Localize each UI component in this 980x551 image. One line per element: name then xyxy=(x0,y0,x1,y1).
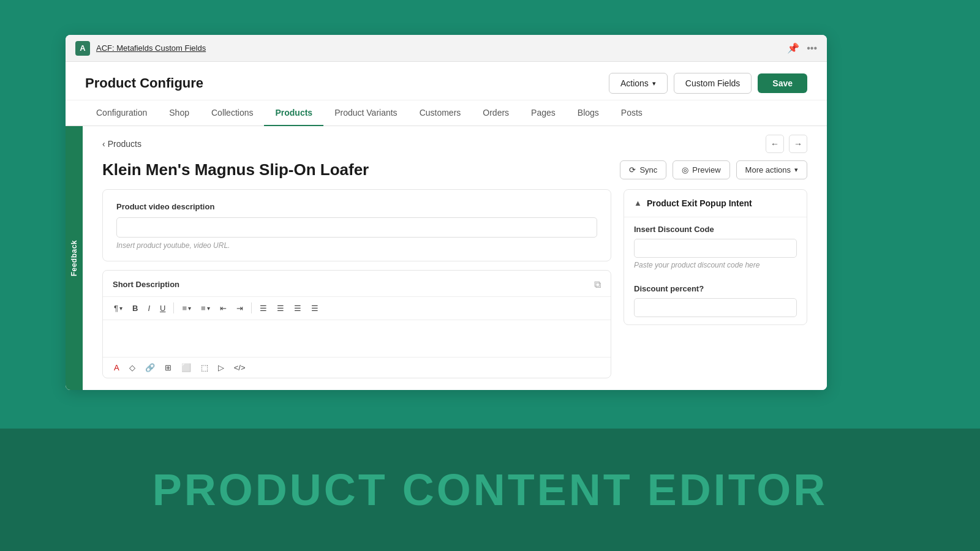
pin-icon[interactable]: 📌 xyxy=(787,42,799,54)
discount-code-hint: Paste your product discount code here xyxy=(634,261,797,269)
app-content: Product Configure Actions ▾ Custom Field… xyxy=(66,62,827,390)
feedback-label: Feedback xyxy=(70,240,78,276)
right-section-header: ▲ Product Exit Popup Intent xyxy=(624,190,807,217)
toolbar-embed[interactable]: ⬚ xyxy=(197,361,212,374)
right-section-popup-intent: ▲ Product Exit Popup Intent Insert Disco… xyxy=(624,189,807,325)
browser-title: ACF: Metafields Custom Fields xyxy=(96,43,787,53)
tab-pages[interactable]: Pages xyxy=(520,100,567,126)
short-description-label: Short Description xyxy=(113,280,179,289)
tab-products[interactable]: Products xyxy=(264,100,323,126)
app-icon: A xyxy=(75,41,90,56)
toolbar-paragraph[interactable]: ¶ ▾ xyxy=(110,302,126,315)
browser-topbar: A ACF: Metafields Custom Fields 📌 ••• xyxy=(66,35,827,62)
more-options-icon[interactable]: ••• xyxy=(807,43,817,54)
tab-orders[interactable]: Orders xyxy=(472,100,520,126)
toolbar-separator-2 xyxy=(251,302,252,313)
product-title: Klein Men's Magnus Slip-On Loafer xyxy=(102,160,369,179)
toolbar-code[interactable]: </> xyxy=(230,361,249,374)
video-description-input[interactable] xyxy=(116,217,597,238)
chevron-down-icon: ▾ xyxy=(652,80,656,88)
right-section-title: Product Exit Popup Intent xyxy=(647,198,752,208)
preview-button[interactable]: ◎ Preview xyxy=(673,160,729,179)
content-columns: Product video description Insert product… xyxy=(83,189,827,391)
discount-code-field: Insert Discount Code Paste your product … xyxy=(624,217,807,277)
feedback-strip[interactable]: Feedback xyxy=(66,126,83,391)
toolbar-row2: A ◇ 🔗 ⊞ ⬜ ⬚ ▷ </> xyxy=(103,357,611,378)
actions-button[interactable]: Actions ▾ xyxy=(609,73,668,94)
toolbar-link[interactable]: 🔗 xyxy=(141,361,159,374)
left-column: Product video description Insert product… xyxy=(102,189,611,391)
editor-body[interactable] xyxy=(103,320,611,357)
toolbar-align-right[interactable]: ☰ xyxy=(290,302,305,315)
prev-arrow-button[interactable]: ← xyxy=(766,135,784,153)
collapse-icon[interactable]: ▲ xyxy=(634,198,642,208)
short-description-header: Short Description ⧉ xyxy=(103,271,611,296)
eye-icon: ◎ xyxy=(682,165,688,174)
toolbar-font-color[interactable]: A xyxy=(110,361,123,374)
toolbar-ordered-list[interactable]: ≡▾ xyxy=(178,302,195,315)
next-arrow-button[interactable]: → xyxy=(789,135,807,153)
bottom-banner-text: PRODUCT CONTENT EDITOR xyxy=(153,465,828,515)
video-description-hint: Insert product youtube, video URL. xyxy=(116,241,597,250)
video-description-card: Product video description Insert product… xyxy=(102,189,611,261)
toolbar-indent-right[interactable]: ⇥ xyxy=(233,302,247,315)
tab-shop[interactable]: Shop xyxy=(158,100,200,126)
browser-window: A ACF: Metafields Custom Fields 📌 ••• Pr… xyxy=(66,35,827,390)
discount-percent-field: Discount percent? xyxy=(624,277,807,324)
breadcrumb[interactable]: ‹ Products xyxy=(102,139,141,149)
video-description-label: Product video description xyxy=(116,202,597,211)
more-actions-button[interactable]: More actions ▾ xyxy=(736,160,807,179)
toolbar-bold[interactable]: B xyxy=(129,302,141,315)
toolbar-align-justify[interactable]: ☰ xyxy=(307,302,322,315)
toolbar-table[interactable]: ⊞ xyxy=(161,361,175,374)
sync-icon: ⟳ xyxy=(629,165,636,174)
nav-arrows: ← → xyxy=(766,135,807,153)
header-buttons: Actions ▾ Custom Fields Save xyxy=(609,73,807,94)
copy-icon[interactable]: ⧉ xyxy=(594,279,601,290)
toolbar-separator xyxy=(173,302,174,313)
discount-percent-input[interactable] xyxy=(634,298,797,317)
tab-collections[interactable]: Collections xyxy=(200,100,264,126)
discount-code-label: Insert Discount Code xyxy=(634,225,797,234)
app-body: Feedback ‹ Products ← → xyxy=(66,126,827,391)
chevron-left-icon: ‹ xyxy=(102,139,105,149)
tab-blogs[interactable]: Blogs xyxy=(567,100,610,126)
sync-button[interactable]: ⟳ Sync xyxy=(620,160,666,179)
toolbar-underline[interactable]: U xyxy=(156,302,169,315)
toolbar-align-center[interactable]: ☰ xyxy=(273,302,288,315)
toolbar-highlight[interactable]: ◇ xyxy=(126,361,139,374)
custom-fields-button[interactable]: Custom Fields xyxy=(674,73,752,94)
breadcrumb-row: ‹ Products ← → xyxy=(83,126,827,158)
short-description-card: Short Description ⧉ ¶ ▾ B I xyxy=(102,270,611,378)
product-actions: ⟳ Sync ◎ Preview More actions ▾ xyxy=(620,160,807,179)
toolbar-image[interactable]: ⬜ xyxy=(178,361,195,374)
toolbar-italic[interactable]: I xyxy=(144,302,154,315)
nav-tabs: Configuration Shop Collections Products … xyxy=(66,100,827,126)
tab-configuration[interactable]: Configuration xyxy=(85,100,158,126)
editor-toolbar: ¶ ▾ B I U ≡▾ xyxy=(103,296,611,320)
bottom-banner: PRODUCT CONTENT EDITOR xyxy=(0,429,980,551)
chevron-down-icon: ▾ xyxy=(794,166,798,174)
toolbar-more[interactable]: ▷ xyxy=(214,361,228,374)
browser-topbar-actions: 📌 ••• xyxy=(787,42,817,54)
toolbar-unordered-list[interactable]: ≡▾ xyxy=(197,302,214,315)
page-title: Product Configure xyxy=(85,75,203,91)
save-button[interactable]: Save xyxy=(758,73,807,93)
product-title-row: Klein Men's Magnus Slip-On Loafer ⟳ Sync… xyxy=(83,158,827,189)
discount-percent-label: Discount percent? xyxy=(634,284,797,293)
tab-customers[interactable]: Customers xyxy=(409,100,472,126)
app-header: Product Configure Actions ▾ Custom Field… xyxy=(66,62,827,100)
toolbar-indent-left[interactable]: ⇤ xyxy=(216,302,230,315)
right-column: ▲ Product Exit Popup Intent Insert Disco… xyxy=(624,189,807,391)
discount-code-input[interactable] xyxy=(634,239,797,258)
main-area: ‹ Products ← → Klein Men's Magnus Slip-O… xyxy=(83,126,827,391)
toolbar-align-left[interactable]: ☰ xyxy=(256,302,271,315)
tab-posts[interactable]: Posts xyxy=(610,100,654,126)
tab-product-variants[interactable]: Product Variants xyxy=(323,100,408,126)
